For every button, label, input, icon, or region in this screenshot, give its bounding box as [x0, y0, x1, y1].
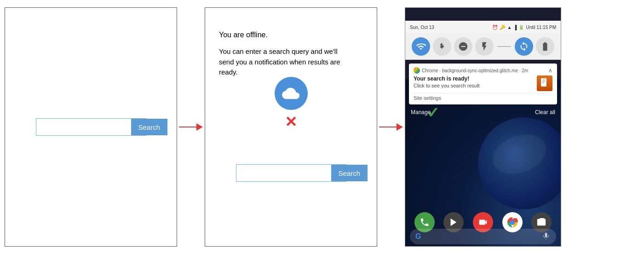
- cloud-svg-offline: [282, 87, 301, 100]
- panel-offline-inner: You are offline. You can enter a search …: [214, 17, 368, 237]
- panel-android: ✓ Sun, Oct 13 ⏰ 🔑 ▲ ▐ 🔋 Until 11:15 PM: [405, 7, 561, 247]
- search-bar-2: Search: [236, 164, 346, 182]
- site-settings-link[interactable]: Site settings: [414, 93, 552, 101]
- notification-card[interactable]: Chrome · background-sync-optimized.glitc…: [409, 64, 557, 104]
- notif-body: Click to see you search result: [414, 83, 480, 88]
- vpn-icon: 🔑: [500, 25, 505, 30]
- notif-content-row: Your search is ready! Click to see you s…: [414, 75, 552, 91]
- offline-text-block: You are offline. You can enter a search …: [219, 31, 368, 78]
- arrow-line-2: [379, 127, 397, 128]
- status-time: Until 11:15 PM: [526, 25, 556, 30]
- qs-battery-btn[interactable]: [536, 37, 554, 56]
- search-bar-1: Search: [36, 118, 146, 136]
- panel-online: Search: [5, 7, 177, 247]
- battery-icon: 🔋: [518, 25, 524, 30]
- notif-header-left: Chrome · background-sync-optimized.glitc…: [414, 67, 528, 74]
- svg-rect-3: [542, 82, 544, 83]
- offline-title: You are offline.: [219, 31, 368, 39]
- manage-button[interactable]: Manage: [411, 109, 431, 115]
- status-date: Sun, Oct 13: [410, 25, 434, 30]
- panel-offline: You are offline. You can enter a search …: [205, 7, 377, 247]
- qs-flashlight-btn[interactable]: [475, 37, 494, 56]
- google-search-bar[interactable]: G: [410, 229, 556, 244]
- arrow-line-1: [179, 127, 196, 128]
- notif-chevron-icon[interactable]: ∧: [548, 67, 552, 74]
- qs-dnd-btn[interactable]: [454, 37, 472, 56]
- google-g-letter: G: [415, 232, 421, 241]
- arrow-1: [177, 123, 205, 131]
- search-button-2[interactable]: Search: [331, 165, 368, 181]
- manage-row: Manage Clear all: [405, 106, 561, 118]
- search-button-1[interactable]: Search: [131, 119, 168, 135]
- search-input-2[interactable]: [236, 165, 331, 181]
- alarm-icon: ⏰: [492, 25, 498, 30]
- arrow-shape-1: [179, 123, 203, 131]
- main-container: Search You are offline. You can enter a …: [0, 0, 644, 254]
- notif-text-block: Your search is ready! Click to see you s…: [414, 75, 480, 88]
- earth-visual: [478, 117, 561, 209]
- arrow-2: [377, 123, 405, 131]
- qs-bluetooth-btn[interactable]: [433, 37, 451, 56]
- quick-settings-row: [405, 34, 561, 60]
- status-right: ⏰ 🔑 ▲ ▐ 🔋 Until 11:15 PM: [492, 25, 556, 30]
- panel2-cloud-area: ✕: [275, 77, 308, 129]
- offline-desc: You can enter a search query and we'll s…: [219, 46, 348, 78]
- status-bar: Sun, Oct 13 ⏰ 🔑 ▲ ▐ 🔋 Until 11:15 PM: [405, 21, 561, 34]
- notif-header: Chrome · background-sync-optimized.glitc…: [414, 67, 552, 74]
- google-mic-icon[interactable]: [541, 232, 551, 241]
- svg-marker-4: [451, 219, 457, 226]
- notif-app-icon: [537, 75, 552, 91]
- search-input-1[interactable]: [36, 119, 131, 135]
- wifi-icon: ▲: [507, 25, 512, 30]
- qs-sync-btn[interactable]: [515, 37, 533, 56]
- arrow-head-2: [397, 123, 403, 131]
- chrome-icon: [414, 67, 420, 74]
- signal-icon: ▐: [513, 25, 517, 30]
- svg-rect-1: [542, 80, 545, 81]
- arrow-head-1: [196, 123, 203, 131]
- notif-source: Chrome · background-sync-optimized.glitc…: [422, 68, 528, 73]
- notification-overlay: Sun, Oct 13 ⏰ 🔑 ▲ ▐ 🔋 Until 11:15 PM: [405, 21, 561, 118]
- x-mark-icon: ✕: [285, 115, 297, 129]
- cloud-icon-offline: [275, 77, 308, 110]
- qs-divider: [497, 46, 511, 47]
- notif-title: Your search is ready!: [414, 75, 480, 82]
- panel2-search-area: Search: [236, 164, 346, 182]
- svg-rect-2: [542, 81, 545, 82]
- clear-all-button[interactable]: Clear all: [535, 109, 555, 115]
- arrow-shape-2: [379, 123, 403, 131]
- qs-wifi-btn[interactable]: [412, 37, 430, 56]
